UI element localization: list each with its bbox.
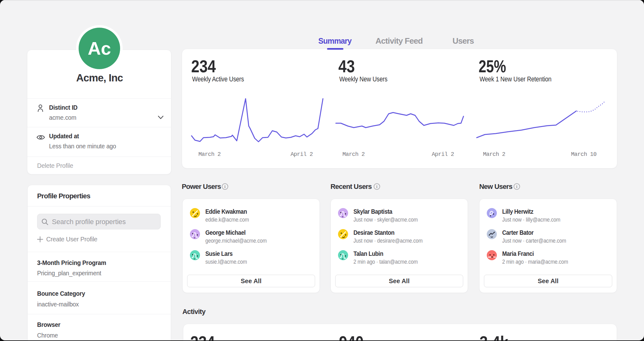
svg-text:i: i <box>516 184 518 189</box>
svg-text:i: i <box>225 184 226 189</box>
svg-text:i: i <box>376 184 378 189</box>
